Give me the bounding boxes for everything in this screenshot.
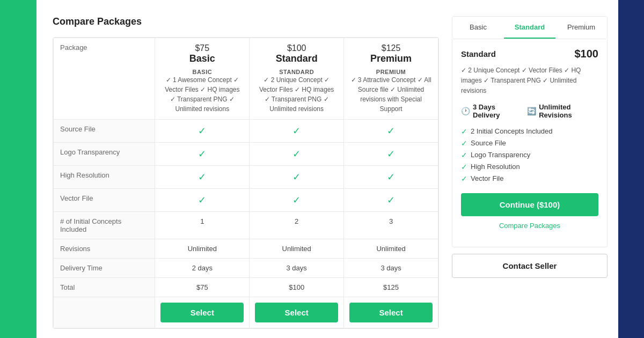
- feature-item-4: ✓ Vector File: [461, 173, 598, 185]
- package-card: Standard $100 ✓ 2 Unique Concept ✓ Vecto…: [452, 39, 608, 247]
- card-delivery-row: 🕐 3 Days Delivery 🔄 Unlimited Revisions: [461, 103, 598, 119]
- basic-name: Basic: [162, 53, 243, 64]
- checkmark-icon: ✓: [387, 172, 395, 182]
- standard-total-value: $100: [250, 278, 344, 297]
- premium-concepts-value: 3: [344, 212, 438, 239]
- card-title: Standard: [461, 49, 496, 58]
- delivery-label: Delivery Time: [54, 259, 155, 278]
- continue-button[interactable]: Continue ($100): [461, 193, 598, 216]
- feature-check-icon: ✓: [461, 127, 467, 136]
- tab-basic[interactable]: Basic: [452, 17, 504, 39]
- table-header-row: Package $75 Basic BASIC ✓ 1 Awesome Conc…: [54, 38, 438, 120]
- clock-icon: 🕐: [461, 107, 470, 115]
- source-file-label: Source File: [54, 120, 155, 143]
- standard-select-button[interactable]: Select: [255, 303, 338, 322]
- checkmark-icon: ✓: [198, 172, 206, 182]
- contact-seller-button[interactable]: Contact Seller: [452, 254, 608, 278]
- feature-text: High Resolution: [471, 163, 520, 171]
- total-row: Total $75 $100 $125: [54, 278, 438, 297]
- basic-concepts-value: 1: [155, 212, 250, 239]
- basic-header-cell: $75 Basic BASIC ✓ 1 Awesome Concept ✓ Ve…: [155, 38, 250, 120]
- refresh-icon: 🔄: [527, 107, 536, 115]
- delivery-row: Delivery Time 2 days 3 days 3 days: [54, 259, 438, 278]
- logo-transparency-label: Logo Transparency: [54, 143, 155, 166]
- feature-text: 2 Initial Concepts Included: [471, 127, 552, 135]
- revisions-label: Revisions: [54, 239, 155, 259]
- basic-price: $75: [162, 43, 243, 53]
- basic-logo-check: ✓: [155, 143, 250, 166]
- delivery-item: 🕐 3 Days Delivery: [461, 103, 518, 119]
- premium-desc: ✓ 3 Attractive Concept ✓ All Source file…: [351, 76, 431, 113]
- standard-header-cell: $100 Standard STANDARD ✓ 2 Unique Concep…: [250, 38, 344, 120]
- basic-hires-check: ✓: [155, 166, 250, 189]
- premium-name: Premium: [350, 53, 431, 64]
- concepts-row: # of Initial Concepts Included 1 2 3: [54, 212, 438, 239]
- card-price: $100: [575, 48, 599, 60]
- premium-select-cell: Select: [344, 297, 438, 328]
- feature-item-1: ✓ Source File: [461, 137, 598, 149]
- card-header: Standard $100: [461, 48, 598, 60]
- premium-revisions-value: Unlimited: [344, 239, 438, 259]
- compare-title: Compare Packages: [53, 16, 439, 27]
- standard-desc: ✓ 2 Unique Concept ✓ Vector Files ✓ HQ i…: [259, 76, 334, 113]
- high-resolution-label: High Resolution: [54, 166, 155, 189]
- feature-item-3: ✓ High Resolution: [461, 161, 598, 173]
- feature-text: Source File: [471, 139, 506, 147]
- package-tabs: Basic Standard Premium: [452, 16, 608, 39]
- standard-tier: STANDARD: [256, 69, 337, 75]
- high-resolution-row: High Resolution ✓ ✓ ✓: [54, 166, 438, 189]
- basic-tier: BASIC: [162, 69, 243, 75]
- standard-select-cell: Select: [250, 297, 344, 328]
- premium-logo-check: ✓: [344, 143, 438, 166]
- checkmark-icon: ✓: [198, 149, 206, 159]
- premium-select-button[interactable]: Select: [349, 303, 433, 322]
- logo-transparency-row: Logo Transparency ✓ ✓ ✓: [54, 143, 438, 166]
- checkmark-icon: ✓: [387, 126, 395, 136]
- basic-select-button[interactable]: Select: [160, 303, 244, 322]
- tab-standard[interactable]: Standard: [504, 17, 555, 39]
- standard-revisions-value: Unlimited: [250, 239, 344, 259]
- checkmark-icon: ✓: [387, 195, 395, 205]
- compare-section: Compare Packages Package $75 Basic BASIC…: [53, 16, 439, 327]
- main-content: Compare Packages Package $75 Basic BASIC…: [36, 0, 618, 338]
- select-label-cell: [54, 297, 155, 328]
- compare-packages-link[interactable]: Compare Packages: [461, 222, 598, 230]
- delivery-label: 3 Days Delivery: [473, 103, 518, 119]
- features-list: ✓ 2 Initial Concepts Included ✓ Source F…: [461, 126, 598, 185]
- standard-price: $100: [256, 43, 337, 53]
- basic-desc: ✓ 1 Awesome Concept ✓ Vector Files ✓ HQ …: [165, 76, 239, 113]
- basic-select-cell: Select: [155, 297, 250, 328]
- total-label: Total: [54, 278, 155, 297]
- checkmark-icon: ✓: [292, 126, 301, 136]
- standard-source-check: ✓: [250, 120, 344, 143]
- feature-text: Logo Transparency: [471, 151, 530, 159]
- checkmark-icon: ✓: [198, 126, 206, 136]
- basic-delivery-value: 2 days: [155, 259, 250, 278]
- basic-revisions-value: Unlimited: [155, 239, 250, 259]
- revisions-label: Unlimited Revisions: [539, 103, 598, 119]
- basic-total-value: $75: [155, 278, 250, 297]
- tab-premium[interactable]: Premium: [555, 17, 607, 39]
- feature-item-2: ✓ Logo Transparency: [461, 149, 598, 161]
- source-file-row: Source File ✓ ✓ ✓: [54, 120, 438, 143]
- standard-delivery-value: 3 days: [250, 259, 344, 278]
- premium-delivery-value: 3 days: [344, 259, 438, 278]
- sidebar-panel: Basic Standard Premium Standard $100 ✓ 2…: [452, 16, 608, 327]
- checkmark-icon: ✓: [292, 195, 301, 205]
- revisions-item: 🔄 Unlimited Revisions: [527, 103, 598, 119]
- package-label-cell: Package: [54, 38, 155, 120]
- right-sidebar: [618, 0, 644, 338]
- checkmark-icon: ✓: [292, 149, 301, 159]
- premium-total-value: $125: [344, 278, 438, 297]
- standard-logo-check: ✓: [250, 143, 344, 166]
- vector-file-row: Vector File ✓ ✓ ✓: [54, 189, 438, 212]
- feature-check-icon: ✓: [461, 174, 467, 183]
- basic-vector-check: ✓: [155, 189, 250, 212]
- feature-check-icon: ✓: [461, 139, 467, 148]
- premium-hires-check: ✓: [344, 166, 438, 189]
- left-sidebar: [0, 0, 36, 338]
- packages-table: Package $75 Basic BASIC ✓ 1 Awesome Conc…: [53, 37, 439, 329]
- standard-name: Standard: [256, 53, 337, 64]
- feature-check-icon: ✓: [461, 163, 467, 171]
- standard-concepts-value: 2: [250, 212, 344, 239]
